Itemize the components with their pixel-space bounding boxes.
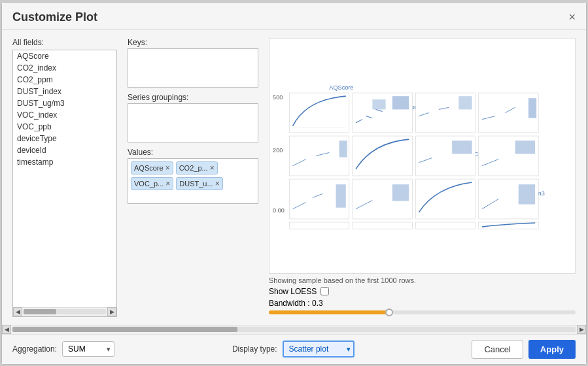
values-section: Values: AQScore × CO2_p... × VOC_p... ×	[128, 148, 258, 204]
dialog-footer: Aggregation: SUM AVG MIN MAX COUNT Displ…	[2, 334, 586, 364]
left-panel: All fields: AQScore CO2_index CO2_ppm DU…	[12, 38, 117, 317]
tag-label: DUST_u...	[179, 180, 213, 188]
hscroll-track[interactable]	[12, 327, 576, 332]
svg-rect-22	[528, 98, 536, 118]
apply-button[interactable]: Apply	[528, 340, 576, 359]
svg-rect-13	[372, 99, 385, 109]
svg-text:AQScore: AQScore	[329, 84, 353, 90]
svg-rect-44	[519, 184, 535, 204]
bandwidth-row: Bandwidth : 0.3	[269, 299, 576, 308]
svg-text:0.00: 0.00	[273, 207, 285, 213]
tag-co2p: CO2_p... ×	[176, 161, 218, 175]
svg-rect-7	[289, 93, 349, 133]
tag-vocp: VOC_p... ×	[131, 177, 173, 190]
bandwidth-label: Bandwidth : 0.3	[269, 299, 323, 308]
svg-rect-18	[458, 96, 472, 109]
bandwidth-slider-thumb	[385, 308, 393, 316]
list-item[interactable]: AQScore	[13, 50, 116, 62]
tag-remove-dustu[interactable]: ×	[215, 179, 220, 188]
show-loess-checkbox[interactable]	[320, 287, 329, 295]
chart-area: 500 200 0.00 AQScore CO2_ppm VOC_ppb DUS…	[269, 38, 576, 274]
svg-text:200: 200	[273, 147, 283, 154]
series-section: Series groupings:	[128, 93, 258, 142]
chart-sample-info: Showing sample based on the first 1000 r…	[269, 276, 576, 284]
series-label: Series groupings:	[128, 93, 258, 102]
right-panel: 500 200 0.00 AQScore CO2_ppm VOC_ppb DUS…	[269, 38, 576, 317]
svg-rect-45	[289, 222, 349, 229]
aggregation-row: Aggregation: SUM AVG MIN MAX COUNT	[12, 341, 114, 357]
bandwidth-slider-row	[269, 308, 576, 317]
display-type-select[interactable]: Scatter plot Line chart Bar chart	[283, 341, 355, 358]
tag-label: AQScore	[134, 164, 164, 172]
horizontal-scrollbar[interactable]: ◀ ▶	[13, 307, 116, 316]
show-loess-label: Show LOESS	[269, 287, 317, 296]
tag-label: VOC_p...	[134, 180, 164, 188]
series-input-area[interactable]	[128, 103, 258, 142]
tag-label: CO2_p...	[179, 164, 208, 172]
hscroll-thumb	[12, 327, 237, 332]
bandwidth-slider[interactable]	[269, 310, 576, 314]
svg-rect-37	[336, 184, 346, 208]
display-type-label: Display type:	[232, 344, 277, 354]
dialog-header: Customize Plot ×	[2, 3, 586, 30]
fields-list-container: AQScore CO2_index CO2_ppm DUST_index DUS…	[12, 50, 117, 317]
dialog-body: All fields: AQScore CO2_index CO2_ppm DU…	[2, 30, 586, 325]
svg-rect-30	[452, 141, 472, 154]
values-label: Values:	[128, 148, 258, 157]
svg-text:500: 500	[273, 94, 283, 101]
aggregation-select[interactable]: SUM AVG MIN MAX COUNT	[62, 341, 114, 357]
svg-rect-40	[392, 184, 409, 201]
all-fields-label: All fields:	[12, 38, 117, 47]
list-item[interactable]: CO2_index	[13, 62, 116, 74]
tag-dustu: DUST_u... ×	[176, 177, 222, 190]
tag-remove-vocp[interactable]: ×	[165, 179, 170, 188]
keys-label: Keys:	[128, 38, 258, 47]
dialog-horizontal-scrollbar[interactable]: ◀ ▶	[2, 325, 586, 334]
footer-buttons: Cancel Apply	[472, 340, 576, 359]
show-loess-row: Show LOESS	[269, 287, 576, 296]
fields-list: AQScore CO2_index CO2_ppm DUST_index DUS…	[13, 50, 116, 307]
list-item[interactable]: timestamp	[13, 156, 116, 168]
svg-rect-41	[415, 179, 475, 219]
cancel-button[interactable]: Cancel	[472, 340, 523, 359]
svg-rect-27	[353, 136, 412, 176]
svg-rect-26	[339, 141, 347, 157]
list-item[interactable]: CO2_ppm	[13, 74, 116, 86]
close-button[interactable]: ×	[568, 11, 576, 23]
dialog-title: Customize Plot	[12, 10, 97, 24]
list-item[interactable]: deviceId	[13, 144, 116, 156]
tag-aqscore: AQScore ×	[131, 161, 173, 175]
list-item[interactable]: VOC_index	[13, 109, 116, 121]
scroll-thumb	[24, 309, 56, 314]
scroll-right-arrow[interactable]: ▶	[107, 307, 116, 316]
values-tags-box[interactable]: AQScore × CO2_p... × VOC_p... × DUST_u..…	[128, 158, 258, 204]
display-type-select-wrapper: Scatter plot Line chart Bar chart	[283, 341, 355, 358]
list-item[interactable]: DUST_index	[13, 86, 116, 97]
list-item[interactable]: VOC_ppb	[13, 121, 116, 133]
tag-remove-co2p[interactable]: ×	[210, 163, 215, 173]
svg-rect-14	[392, 96, 409, 109]
svg-rect-33	[515, 141, 535, 154]
aggregation-label: Aggregation:	[12, 344, 57, 354]
middle-panel: Keys: Series groupings: Values: AQScore …	[128, 38, 258, 317]
tag-remove-aqscore[interactable]: ×	[165, 163, 170, 173]
customize-plot-dialog: Customize Plot × All fields: AQScore CO2…	[1, 2, 587, 365]
display-type-row: Display type: Scatter plot Line chart Ba…	[232, 341, 355, 358]
list-item[interactable]: deviceType	[13, 133, 116, 144]
scroll-track[interactable]	[24, 309, 106, 314]
keys-section: Keys:	[128, 38, 258, 88]
aggregation-select-wrapper: SUM AVG MIN MAX COUNT	[62, 341, 114, 357]
chart-svg: 500 200 0.00 AQScore CO2_ppm VOC_ppb DUS…	[269, 39, 575, 273]
keys-input-area[interactable]	[128, 48, 258, 88]
hscroll-right-arrow[interactable]: ▶	[577, 325, 586, 334]
scroll-left-arrow[interactable]: ◀	[13, 307, 22, 316]
list-item[interactable]: DUST_ug/m3	[13, 97, 116, 109]
hscroll-left-arrow[interactable]: ◀	[2, 325, 11, 334]
svg-rect-46	[353, 222, 412, 229]
svg-rect-47	[415, 222, 475, 229]
